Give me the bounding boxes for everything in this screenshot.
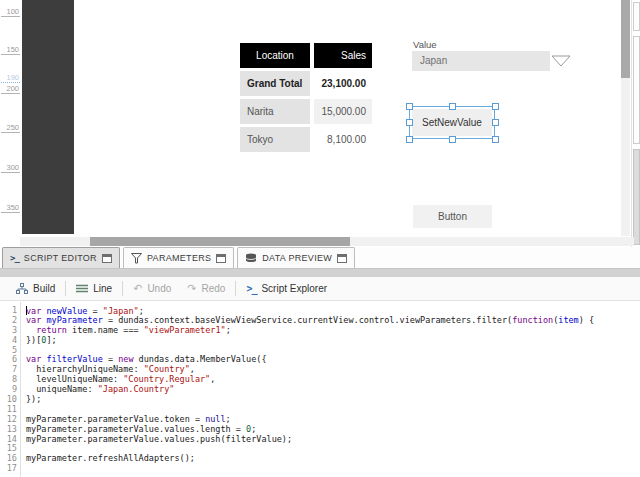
selected-element: SetNewValue: [405, 102, 499, 143]
selection-handle[interactable]: [492, 119, 499, 126]
script-icon: >_: [10, 253, 19, 263]
script-explorer-button[interactable]: >_ Script Explorer: [238, 279, 335, 299]
line-number: 17: [0, 464, 17, 474]
canvas-button[interactable]: Button: [413, 205, 492, 228]
code-line: myParameter.refreshAllAdapters();: [26, 454, 640, 464]
code-line: uniqueName: "Japan.Country": [26, 385, 640, 395]
table-cell: Narita: [240, 99, 310, 124]
line-button[interactable]: Line: [68, 279, 120, 299]
horizontal-scrollbar-thumb[interactable]: [90, 237, 350, 246]
selection-handle[interactable]: [406, 136, 413, 143]
script-editor: 1234567891011121314151617 var newValue =…: [0, 302, 640, 477]
selection-handle[interactable]: [406, 103, 413, 110]
chevron-down-icon[interactable]: [551, 53, 571, 65]
filter-icon: [131, 253, 142, 264]
build-button[interactable]: Build: [8, 279, 63, 299]
table-cell: Tokyo: [240, 127, 310, 152]
redo-label: Redo: [202, 283, 226, 294]
collapsed-panel-tab[interactable]: [633, 36, 640, 144]
canvas-horizontal-scrollbar[interactable]: [20, 237, 634, 246]
script-explorer-label: Script Explorer: [261, 283, 327, 294]
popout-icon[interactable]: [102, 254, 112, 263]
ruler-mark: 300: [1, 163, 20, 173]
database-icon: [245, 253, 257, 263]
toolbar-separator: [122, 281, 123, 296]
table-cell: Grand Total: [240, 71, 310, 96]
ruler-mark: 100: [1, 7, 20, 17]
tab-parameters[interactable]: PARAMETERS: [123, 247, 234, 268]
undo-label: Undo: [147, 283, 171, 294]
undo-icon: ↶: [133, 283, 142, 294]
popout-icon[interactable]: [216, 254, 226, 263]
tab-label: PARAMETERS: [147, 253, 211, 263]
dashboard-table[interactable]: LocationSalesGrand Total23,100.00Narita1…: [240, 43, 372, 152]
tab-label: SCRIPT EDITOR: [24, 253, 97, 263]
parameter-label: Value: [413, 39, 437, 50]
panel-divider: [0, 269, 640, 277]
selection-handle[interactable]: [492, 103, 499, 110]
table-header-cell: Sales: [314, 43, 372, 68]
script-explorer-icon: >_: [246, 283, 256, 294]
table-header-cell: Location: [240, 43, 310, 68]
table-cell: 23,100.00: [314, 71, 372, 96]
popout-icon[interactable]: [337, 254, 347, 263]
dashboard-designer-window: 100150190200250300350 LocationSalesGrand…: [0, 0, 640, 477]
code-line: myParameter.parameterValue.values.push(f…: [26, 435, 640, 445]
collapsed-panel-tab[interactable]: [633, 2, 640, 31]
code-line: });: [26, 395, 640, 405]
selection-handle[interactable]: [449, 136, 456, 143]
table-cell: 15,000.00: [314, 99, 372, 124]
code-area[interactable]: var newValue = "Japan";var myParameter =…: [21, 302, 640, 477]
set-new-value-button[interactable]: SetNewValue: [412, 109, 492, 136]
redo-button[interactable]: ↷ Redo: [179, 279, 233, 299]
line-icon: [76, 284, 88, 293]
line-number-gutter: 1234567891011121314151617: [0, 302, 21, 477]
ruler-mark: 250: [1, 123, 20, 133]
tab-data-preview[interactable]: DATA PREVIEW: [237, 247, 355, 268]
build-icon: [16, 283, 28, 294]
line-label: Line: [93, 283, 112, 294]
selection-handle[interactable]: [492, 136, 499, 143]
vertical-scrollbar-thumb[interactable]: [621, 0, 630, 78]
tab-label: DATA PREVIEW: [262, 253, 332, 263]
collapsed-panel-tab[interactable]: [633, 149, 640, 245]
ruler-mark: 190: [1, 73, 20, 83]
parameter-combobox[interactable]: Japan: [412, 51, 550, 71]
toolbox-panel[interactable]: [22, 0, 74, 234]
toolbar-separator: [235, 281, 236, 296]
table-cell: 8,100.00: [314, 127, 372, 152]
design-surface: 100150190200250300350 LocationSalesGrand…: [0, 0, 640, 247]
ruler-mark: 150: [1, 45, 20, 55]
ruler-mark: 350: [1, 203, 20, 213]
undo-button[interactable]: ↶ Undo: [125, 279, 179, 299]
parameter-value: Japan: [420, 55, 447, 66]
selection-handle[interactable]: [406, 119, 413, 126]
script-editor-toolbar: Build Line ↶ Undo ↷ Redo >_ Script Explo…: [0, 277, 640, 301]
canvas-vertical-scrollbar[interactable]: [621, 0, 630, 236]
vertical-ruler: 100150190200250300350: [0, 0, 22, 236]
dock-tab-bar: >_SCRIPT EDITORPARAMETERSDATA PREVIEW: [0, 247, 640, 269]
right-dock-strip: [631, 0, 640, 247]
toolbar-separator: [65, 281, 66, 296]
tab-script-editor[interactable]: >_SCRIPT EDITOR: [2, 247, 120, 268]
ruler-mark: 200: [1, 84, 20, 94]
build-label: Build: [33, 283, 55, 294]
code-line: [26, 464, 640, 474]
code-line: return item.name === "viewParameter1";: [26, 326, 640, 336]
code-line: })[0];: [26, 336, 640, 346]
selection-handle[interactable]: [449, 103, 456, 110]
redo-icon: ↷: [187, 283, 196, 294]
